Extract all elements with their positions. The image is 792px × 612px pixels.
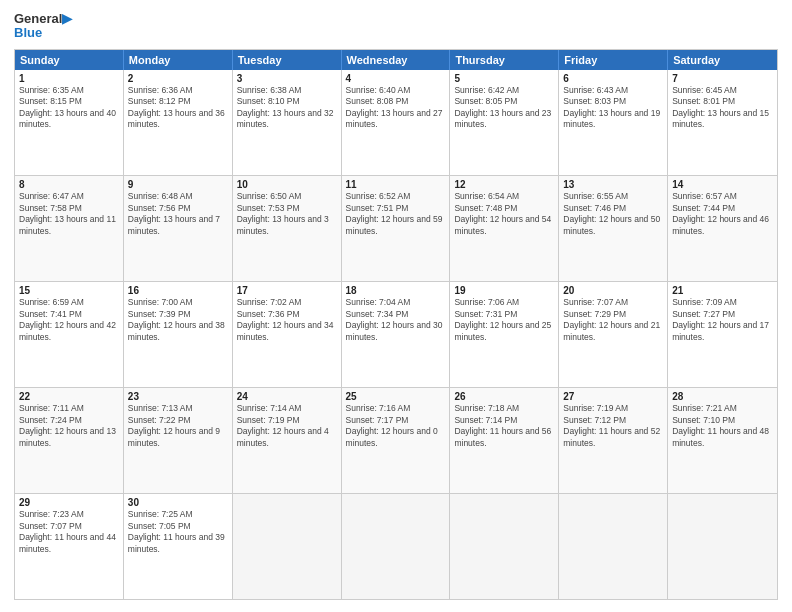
cell-sunrise: Sunrise: 6:42 AM (454, 85, 519, 95)
cell-daylight: Daylight: 12 hours and 30 minutes. (346, 320, 443, 341)
cell-sunset: Sunset: 7:29 PM (563, 309, 626, 319)
cell-sunset: Sunset: 7:36 PM (237, 309, 300, 319)
day-number: 17 (237, 285, 337, 296)
logo: General▶ Blue (14, 12, 72, 41)
cell-sunrise: Sunrise: 6:55 AM (563, 191, 628, 201)
cell-daylight: Daylight: 13 hours and 7 minutes. (128, 214, 220, 235)
cell-sunset: Sunset: 7:51 PM (346, 203, 409, 213)
table-row: 21 Sunrise: 7:09 AM Sunset: 7:27 PM Dayl… (668, 282, 777, 387)
calendar-body: 1 Sunrise: 6:35 AM Sunset: 8:15 PM Dayli… (15, 70, 777, 599)
cell-daylight: Daylight: 11 hours and 56 minutes. (454, 426, 551, 447)
table-row: 3 Sunrise: 6:38 AM Sunset: 8:10 PM Dayli… (233, 70, 342, 176)
cell-daylight: Daylight: 13 hours and 15 minutes. (672, 108, 769, 129)
cell-sunset: Sunset: 8:10 PM (237, 96, 300, 106)
header-monday: Monday (124, 50, 233, 70)
cell-sunset: Sunset: 7:17 PM (346, 415, 409, 425)
cell-sunset: Sunset: 7:44 PM (672, 203, 735, 213)
cell-sunset: Sunset: 7:56 PM (128, 203, 191, 213)
cell-sunset: Sunset: 7:58 PM (19, 203, 82, 213)
day-number: 14 (672, 179, 773, 190)
table-row: 5 Sunrise: 6:42 AM Sunset: 8:05 PM Dayli… (450, 70, 559, 176)
cell-sunset: Sunset: 7:24 PM (19, 415, 82, 425)
calendar: Sunday Monday Tuesday Wednesday Thursday… (14, 49, 778, 600)
week-row-3: 15 Sunrise: 6:59 AM Sunset: 7:41 PM Dayl… (15, 281, 777, 387)
cell-sunset: Sunset: 7:12 PM (563, 415, 626, 425)
cell-sunset: Sunset: 8:12 PM (128, 96, 191, 106)
cell-sunrise: Sunrise: 7:21 AM (672, 403, 737, 413)
header-sunday: Sunday (15, 50, 124, 70)
table-row: 2 Sunrise: 6:36 AM Sunset: 8:12 PM Dayli… (124, 70, 233, 176)
day-number: 4 (346, 73, 446, 84)
cell-sunrise: Sunrise: 7:16 AM (346, 403, 411, 413)
cell-sunrise: Sunrise: 6:45 AM (672, 85, 737, 95)
cell-sunrise: Sunrise: 7:04 AM (346, 297, 411, 307)
cell-daylight: Daylight: 13 hours and 36 minutes. (128, 108, 225, 129)
table-row (559, 494, 668, 599)
day-number: 6 (563, 73, 663, 84)
table-row: 26 Sunrise: 7:18 AM Sunset: 7:14 PM Dayl… (450, 388, 559, 493)
cell-sunrise: Sunrise: 6:50 AM (237, 191, 302, 201)
table-row: 18 Sunrise: 7:04 AM Sunset: 7:34 PM Dayl… (342, 282, 451, 387)
table-row: 25 Sunrise: 7:16 AM Sunset: 7:17 PM Dayl… (342, 388, 451, 493)
cell-sunset: Sunset: 8:08 PM (346, 96, 409, 106)
day-number: 27 (563, 391, 663, 402)
cell-daylight: Daylight: 13 hours and 11 minutes. (19, 214, 116, 235)
week-row-1: 1 Sunrise: 6:35 AM Sunset: 8:15 PM Dayli… (15, 70, 777, 176)
cell-daylight: Daylight: 12 hours and 34 minutes. (237, 320, 334, 341)
cell-sunset: Sunset: 7:19 PM (237, 415, 300, 425)
table-row: 12 Sunrise: 6:54 AM Sunset: 7:48 PM Dayl… (450, 176, 559, 281)
table-row: 1 Sunrise: 6:35 AM Sunset: 8:15 PM Dayli… (15, 70, 124, 176)
cell-sunset: Sunset: 7:34 PM (346, 309, 409, 319)
header-tuesday: Tuesday (233, 50, 342, 70)
table-row: 10 Sunrise: 6:50 AM Sunset: 7:53 PM Dayl… (233, 176, 342, 281)
cell-sunrise: Sunrise: 6:38 AM (237, 85, 302, 95)
day-number: 11 (346, 179, 446, 190)
table-row: 15 Sunrise: 6:59 AM Sunset: 7:41 PM Dayl… (15, 282, 124, 387)
cell-sunset: Sunset: 7:31 PM (454, 309, 517, 319)
week-row-5: 29 Sunrise: 7:23 AM Sunset: 7:07 PM Dayl… (15, 493, 777, 599)
cell-sunrise: Sunrise: 6:47 AM (19, 191, 84, 201)
cell-sunset: Sunset: 7:48 PM (454, 203, 517, 213)
day-number: 1 (19, 73, 119, 84)
cell-sunset: Sunset: 8:05 PM (454, 96, 517, 106)
table-row: 14 Sunrise: 6:57 AM Sunset: 7:44 PM Dayl… (668, 176, 777, 281)
table-row: 11 Sunrise: 6:52 AM Sunset: 7:51 PM Dayl… (342, 176, 451, 281)
cell-daylight: Daylight: 11 hours and 44 minutes. (19, 532, 116, 553)
cell-daylight: Daylight: 12 hours and 17 minutes. (672, 320, 769, 341)
cell-daylight: Daylight: 11 hours and 52 minutes. (563, 426, 660, 447)
cell-sunrise: Sunrise: 7:18 AM (454, 403, 519, 413)
day-number: 28 (672, 391, 773, 402)
cell-daylight: Daylight: 13 hours and 23 minutes. (454, 108, 551, 129)
table-row: 24 Sunrise: 7:14 AM Sunset: 7:19 PM Dayl… (233, 388, 342, 493)
cell-sunrise: Sunrise: 6:40 AM (346, 85, 411, 95)
cell-sunrise: Sunrise: 6:52 AM (346, 191, 411, 201)
week-row-4: 22 Sunrise: 7:11 AM Sunset: 7:24 PM Dayl… (15, 387, 777, 493)
cell-sunrise: Sunrise: 7:06 AM (454, 297, 519, 307)
table-row (668, 494, 777, 599)
cell-daylight: Daylight: 12 hours and 59 minutes. (346, 214, 443, 235)
cell-daylight: Daylight: 11 hours and 48 minutes. (672, 426, 769, 447)
day-number: 9 (128, 179, 228, 190)
day-number: 26 (454, 391, 554, 402)
table-row: 22 Sunrise: 7:11 AM Sunset: 7:24 PM Dayl… (15, 388, 124, 493)
cell-daylight: Daylight: 13 hours and 19 minutes. (563, 108, 660, 129)
day-number: 3 (237, 73, 337, 84)
table-row: 30 Sunrise: 7:25 AM Sunset: 7:05 PM Dayl… (124, 494, 233, 599)
day-number: 19 (454, 285, 554, 296)
table-row: 19 Sunrise: 7:06 AM Sunset: 7:31 PM Dayl… (450, 282, 559, 387)
cell-sunrise: Sunrise: 6:54 AM (454, 191, 519, 201)
table-row: 27 Sunrise: 7:19 AM Sunset: 7:12 PM Dayl… (559, 388, 668, 493)
cell-sunrise: Sunrise: 7:14 AM (237, 403, 302, 413)
cell-sunrise: Sunrise: 7:13 AM (128, 403, 193, 413)
cell-sunrise: Sunrise: 6:48 AM (128, 191, 193, 201)
day-number: 2 (128, 73, 228, 84)
table-row (233, 494, 342, 599)
day-number: 12 (454, 179, 554, 190)
day-number: 29 (19, 497, 119, 508)
cell-sunset: Sunset: 8:03 PM (563, 96, 626, 106)
cell-sunrise: Sunrise: 7:00 AM (128, 297, 193, 307)
cell-daylight: Daylight: 12 hours and 42 minutes. (19, 320, 116, 341)
cell-sunset: Sunset: 7:05 PM (128, 521, 191, 531)
table-row: 29 Sunrise: 7:23 AM Sunset: 7:07 PM Dayl… (15, 494, 124, 599)
day-number: 10 (237, 179, 337, 190)
